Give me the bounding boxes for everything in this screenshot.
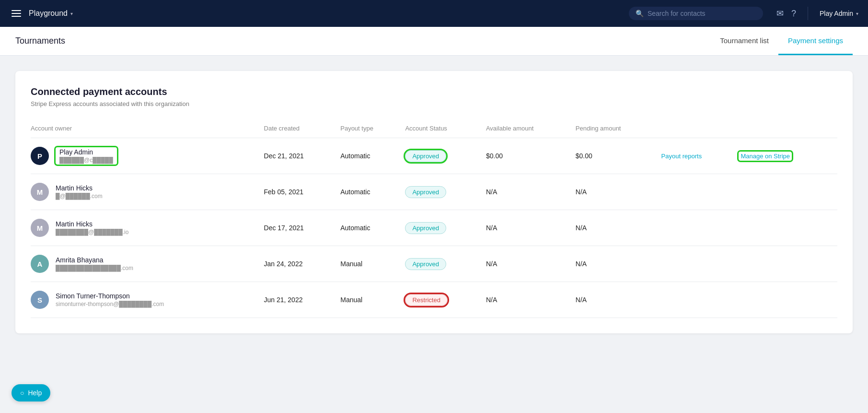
- date-created: Feb 05, 2021: [264, 174, 341, 210]
- available-amount: N/A: [486, 246, 576, 282]
- owner-email: ████████@███████.io: [56, 229, 128, 236]
- tab-payment-settings[interactable]: Payment settings: [778, 27, 853, 55]
- help-icon-circle: ○: [20, 389, 24, 397]
- manage-stripe-cell: Manage on Stripe: [739, 138, 837, 174]
- payout-type: Automatic: [340, 138, 405, 174]
- owner-info: Play Admin██████@c█████: [56, 147, 117, 165]
- available-amount: N/A: [486, 282, 576, 318]
- account-status-cell: Approved: [405, 246, 486, 282]
- table-row: SSimon Turner-Thompsonsimonturner-thomps…: [31, 282, 837, 318]
- main-content: Connected payment accounts Stripe Expres…: [0, 56, 868, 349]
- owner-info: Amrita Bhayana████████████████.com: [56, 256, 133, 271]
- brand-dropdown-icon: ▾: [70, 11, 73, 16]
- status-badge: Approved: [405, 150, 446, 162]
- table-row: PPlay Admin██████@c█████Dec 21, 2021Auto…: [31, 138, 837, 174]
- owner-name: Amrita Bhayana: [56, 256, 133, 264]
- search-bar: 🔍: [629, 7, 763, 20]
- search-icon: 🔍: [636, 10, 644, 17]
- account-status-cell: Restricted: [405, 282, 486, 318]
- help-icon[interactable]: ?: [791, 9, 796, 19]
- col-actions1: [661, 121, 739, 138]
- col-payout-type: Payout type: [340, 121, 405, 138]
- payout-type: Automatic: [340, 210, 405, 246]
- nav-divider: [808, 7, 808, 20]
- avatar: M: [31, 219, 49, 237]
- topnav-icons: ✉ ? Play Admin ▾: [776, 7, 858, 20]
- available-amount: N/A: [486, 210, 576, 246]
- card-subtitle: Stripe Express accounts associated with …: [31, 100, 837, 107]
- avatar: M: [31, 183, 49, 201]
- col-actions2: [739, 121, 837, 138]
- available-amount: $0.00: [486, 138, 576, 174]
- user-menu[interactable]: Play Admin ▾: [820, 10, 858, 17]
- search-input[interactable]: [648, 10, 743, 17]
- owner-email: simonturner-thompson@████████.com: [56, 301, 164, 307]
- status-badge: Approved: [405, 186, 446, 198]
- pending-amount: N/A: [576, 246, 661, 282]
- owner-name: Martin Hicks: [56, 184, 103, 192]
- col-date-created: Date created: [264, 121, 341, 138]
- manage-stripe-cell: [739, 246, 837, 282]
- payout-type: Manual: [340, 246, 405, 282]
- manage-stripe-link[interactable]: Manage on Stripe: [739, 152, 792, 161]
- payout-reports-cell: [661, 174, 739, 210]
- payout-reports-cell: [661, 210, 739, 246]
- hamburger-menu[interactable]: [10, 8, 23, 19]
- account-owner-cell: MMartin Hicks████████@███████.io: [31, 210, 264, 246]
- mail-icon[interactable]: ✉: [776, 8, 784, 19]
- account-owner-cell: PPlay Admin██████@c█████: [31, 138, 264, 174]
- payout-reports-link[interactable]: Payout reports: [661, 153, 702, 160]
- pending-amount: N/A: [576, 174, 661, 210]
- pending-amount: $0.00: [576, 138, 661, 174]
- brand-logo[interactable]: Playground ▾: [29, 9, 73, 18]
- tab-tournament-list[interactable]: Tournament list: [710, 27, 778, 55]
- manage-stripe-cell: [739, 174, 837, 210]
- subnav: Tournaments Tournament list Payment sett…: [0, 27, 868, 56]
- owner-name: Play Admin: [59, 148, 113, 156]
- table-row: MMartin Hicks████████@███████.ioDec 17, …: [31, 210, 837, 246]
- date-created: Dec 17, 2021: [264, 210, 341, 246]
- page-title: Tournaments: [15, 36, 65, 46]
- payout-reports-cell: [661, 246, 739, 282]
- owner-name: Simon Turner-Thompson: [56, 292, 164, 300]
- card-title: Connected payment accounts: [31, 86, 837, 97]
- help-label: Help: [28, 389, 42, 397]
- status-badge: Approved: [405, 222, 446, 234]
- date-created: Jan 24, 2022: [264, 246, 341, 282]
- col-account-status: Account Status: [405, 121, 486, 138]
- owner-info: Simon Turner-Thompsonsimonturner-thompso…: [56, 292, 164, 307]
- user-label: Play Admin: [820, 10, 853, 17]
- col-pending-amount: Pending amount: [576, 121, 661, 138]
- table-row: MMartin Hicks█@██████.comFeb 05, 2021Aut…: [31, 174, 837, 210]
- available-amount: N/A: [486, 174, 576, 210]
- owner-email: ██████@c█████: [59, 157, 113, 164]
- user-dropdown-icon: ▾: [856, 11, 858, 16]
- col-account-owner: Account owner: [31, 121, 264, 138]
- account-status-cell: Approved: [405, 138, 486, 174]
- payout-reports-cell: [661, 282, 739, 318]
- payout-type: Automatic: [340, 174, 405, 210]
- manage-stripe-cell: [739, 282, 837, 318]
- owner-email: ████████████████.com: [56, 265, 133, 271]
- date-created: Dec 21, 2021: [264, 138, 341, 174]
- status-badge: Approved: [405, 258, 446, 270]
- account-status-cell: Approved: [405, 174, 486, 210]
- help-button[interactable]: ○ Help: [12, 384, 50, 401]
- table-row: AAmrita Bhayana████████████████.comJan 2…: [31, 246, 837, 282]
- col-available-amount: Available amount: [486, 121, 576, 138]
- account-owner-cell: AAmrita Bhayana████████████████.com: [31, 246, 264, 282]
- pending-amount: N/A: [576, 210, 661, 246]
- account-owner-cell: MMartin Hicks█@██████.com: [31, 174, 264, 210]
- avatar: P: [31, 147, 49, 165]
- pending-amount: N/A: [576, 282, 661, 318]
- account-status-cell: Approved: [405, 210, 486, 246]
- manage-stripe-cell: [739, 210, 837, 246]
- date-created: Jun 21, 2022: [264, 282, 341, 318]
- account-owner-cell: SSimon Turner-Thompsonsimonturner-thomps…: [31, 282, 264, 318]
- accounts-table: Account owner Date created Payout type A…: [31, 121, 837, 318]
- owner-info: Martin Hicks████████@███████.io: [56, 220, 128, 236]
- payout-type: Manual: [340, 282, 405, 318]
- brand-label: Playground: [29, 9, 68, 18]
- owner-info: Martin Hicks█@██████.com: [56, 184, 103, 200]
- connected-accounts-card: Connected payment accounts Stripe Expres…: [15, 71, 853, 333]
